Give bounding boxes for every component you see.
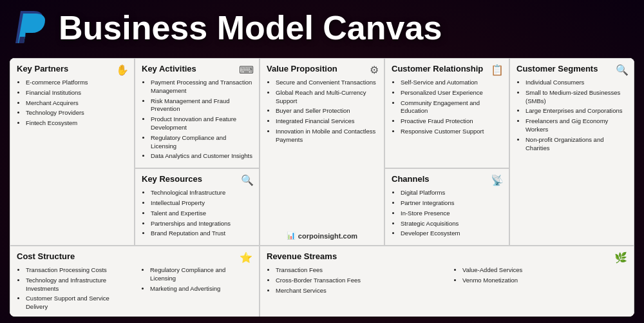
- value-proposition-icon: ⚙: [370, 64, 379, 76]
- list-item: Cross-Border Transaction Fees: [276, 277, 440, 285]
- list-item: Secure and Convenient Transactions: [276, 79, 377, 87]
- list-item: Intellectual Property: [151, 199, 252, 208]
- channels-title: Channels: [392, 174, 502, 185]
- key-partners-list: E-commerce Platforms Financial Instituti…: [17, 79, 128, 128]
- revenue-streams-list-1: Transaction Fees Cross-Border Transactio…: [267, 266, 440, 297]
- cost-structure-list-1: Transaction Processing Costs Technology …: [17, 266, 128, 313]
- customer-relationship-section: Customer Relationship 📋 Self-Service and…: [384, 58, 509, 168]
- list-item: Large Enterprises and Corporations: [526, 107, 627, 115]
- list-item: Small to Medium-sized Businesses (SMBs): [526, 89, 627, 106]
- list-item: Proactive Fraud Protection: [401, 117, 502, 126]
- customer-relationship-icon: 📋: [491, 64, 504, 76]
- list-item: Venmo Monetization: [462, 277, 627, 285]
- list-item: Global Reach and Multi-Currency Support: [276, 89, 377, 106]
- list-item: Responsive Customer Support: [401, 128, 502, 136]
- list-item: Community Engagement and Education: [401, 99, 502, 116]
- list-item: Marketing and Advertising: [150, 285, 252, 293]
- key-resources-icon: 🔍: [241, 174, 254, 186]
- cost-structure-list-2: Regulatory Compliance and Licensing Mark…: [141, 266, 252, 313]
- channels-list: Digital Platforms Partner Integrations I…: [392, 189, 502, 238]
- list-item: Merchant Services: [276, 287, 440, 295]
- list-item: Self-Service and Automation: [401, 79, 502, 87]
- customer-segments-title: Customer Segments: [516, 64, 627, 75]
- list-item: Product Innovation and Feature Developme…: [151, 115, 252, 132]
- value-proposition-list: Secure and Convenient Transactions Globa…: [267, 79, 377, 144]
- list-item: Innovation in Mobile and Contactless Pay…: [276, 128, 377, 144]
- list-item: Data Analytics and Customer Insights: [151, 152, 252, 161]
- page-title: Business Model Canvas: [59, 8, 442, 47]
- list-item: Individual Consumers: [526, 79, 627, 87]
- customer-segments-icon: 🔍: [616, 64, 629, 76]
- customer-segments-section: Customer Segments 🔍 Individual Consumers…: [509, 58, 634, 246]
- customer-relationship-title: Customer Relationship: [392, 64, 502, 75]
- list-item: Technology Providers: [26, 109, 128, 117]
- key-partners-section: Key Partners ✋ E-commerce Platforms Fina…: [10, 58, 135, 246]
- key-activities-list: Payment Processing and Transaction Manag…: [142, 79, 252, 161]
- key-resources-title: Key Resources: [142, 174, 252, 185]
- revenue-streams-title: Revenue Streams: [267, 251, 337, 262]
- corpoinsight-badge: 📊 corpoinsight.com: [287, 231, 357, 240]
- list-item: Partner Integrations: [401, 199, 502, 208]
- list-item: Value-Added Services: [462, 266, 627, 275]
- list-item: Developer Ecosystem: [401, 230, 502, 238]
- list-item: Fintech Ecosystem: [26, 119, 128, 128]
- revenue-streams-list-2: Value-Added Services Venmo Monetization: [453, 266, 627, 297]
- list-item: Customer Support and Service Delivery: [26, 295, 128, 311]
- list-item: Non-profit Organizations and Charities: [526, 136, 627, 153]
- list-item: Digital Platforms: [401, 189, 502, 197]
- list-item: Personalized User Experience: [401, 89, 502, 97]
- revenue-streams-section: Revenue Streams 🌿 Transaction Fees Cross…: [260, 246, 634, 317]
- key-partners-title: Key Partners: [17, 64, 128, 75]
- paypal-logo: [13, 8, 48, 47]
- list-item: Freelancers and Gig Economy Workers: [526, 117, 627, 134]
- list-item: Integrated Financial Services: [276, 117, 377, 126]
- list-item: Technological Infrastructure: [151, 189, 252, 197]
- badge-text: corpoinsight.com: [298, 232, 357, 240]
- revenue-streams-icon: 🌿: [614, 251, 627, 264]
- key-activities-section: Key Activities ⌨ Payment Processing and …: [135, 58, 260, 168]
- list-item: Transaction Fees: [276, 266, 440, 275]
- cost-structure-icon: ⭐: [240, 251, 252, 264]
- list-item: Merchant Acquirers: [26, 99, 128, 108]
- value-proposition-title: Value Proposition: [267, 64, 377, 75]
- cost-structure-section: Cost Structure ⭐ Transaction Processing …: [10, 246, 260, 317]
- key-resources-section: Key Resources 🔍 Technological Infrastruc…: [135, 168, 260, 246]
- list-item: Payment Processing and Transaction Manag…: [151, 79, 252, 95]
- list-item: Buyer and Seller Protection: [276, 107, 377, 115]
- key-resources-list: Technological Infrastructure Intellectua…: [142, 189, 252, 238]
- canvas-container: Key Partners ✋ E-commerce Platforms Fina…: [10, 58, 634, 317]
- list-item: Brand Reputation and Trust: [151, 230, 252, 238]
- list-item: Technology and Infrastructure Investment…: [26, 277, 128, 293]
- channels-icon: 📡: [491, 174, 504, 186]
- list-item: E-commerce Platforms: [26, 79, 128, 87]
- customer-segments-list: Individual Consumers Small to Medium-siz…: [516, 79, 627, 153]
- list-item: Transaction Processing Costs: [26, 266, 128, 275]
- list-item: Regulatory Compliance and Licensing: [151, 134, 252, 151]
- customer-relationship-list: Self-Service and Automation Personalized…: [392, 79, 502, 136]
- header: Business Model Canvas: [0, 0, 644, 55]
- list-item: Strategic Acquisitions: [401, 220, 502, 228]
- list-item: Talent and Expertise: [151, 210, 252, 218]
- key-activities-title: Key Activities: [142, 64, 252, 75]
- cost-structure-title: Cost Structure: [17, 251, 75, 262]
- badge-icon: 📊: [287, 231, 296, 240]
- list-item: Risk Management and Fraud Prevention: [151, 97, 252, 114]
- list-item: Partnerships and Integrations: [151, 220, 252, 228]
- list-item: In-Store Presence: [401, 210, 502, 218]
- key-partners-icon: ✋: [116, 64, 129, 76]
- list-item: Regulatory Compliance and Licensing: [150, 266, 252, 283]
- channels-section: Channels 📡 Digital Platforms Partner Int…: [384, 168, 509, 246]
- value-proposition-section: Value Proposition ⚙ Secure and Convenien…: [260, 58, 384, 246]
- key-activities-icon: ⌨: [239, 64, 254, 76]
- list-item: Financial Institutions: [26, 89, 128, 97]
